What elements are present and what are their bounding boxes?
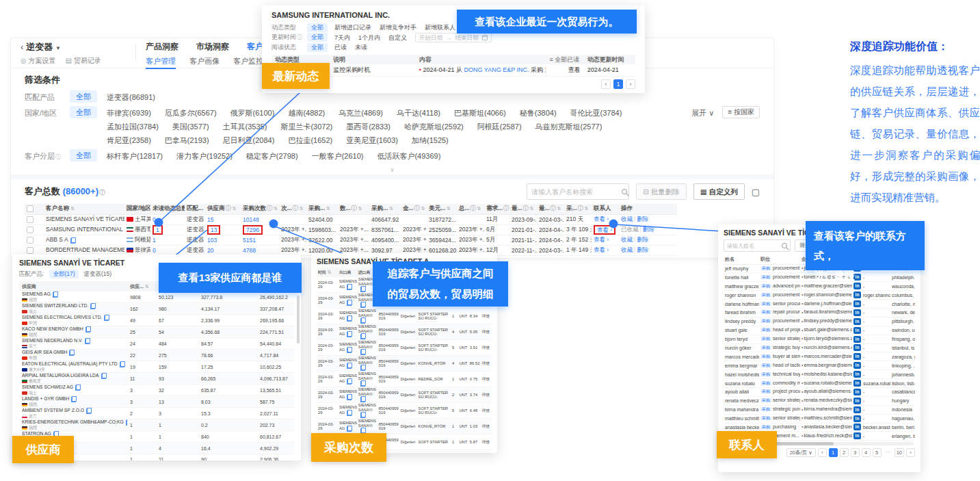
delete-link[interactable]: 删除: [637, 216, 648, 222]
chevron-down-icon[interactable]: ▼: [55, 45, 61, 51]
page-2-button[interactable]: 2: [840, 448, 849, 457]
delete-link[interactable]: 删除: [643, 226, 654, 233]
custom-columns-button[interactable]: ▦ 自定义列: [693, 183, 745, 200]
by-country-button[interactable]: ≡ 按国家: [722, 106, 760, 118]
customer-metric-link[interactable]: 103: [207, 237, 217, 244]
subtab-客户画像[interactable]: 客户画像: [189, 56, 220, 69]
prev-page-button[interactable]: ‹: [818, 448, 827, 457]
linkedin-icon[interactable]: in: [853, 336, 861, 343]
favorite-link[interactable]: 收藏: [621, 216, 633, 222]
highlighted-metric[interactable]: 1: [153, 225, 163, 235]
linkedin-icon[interactable]: in: [853, 327, 861, 334]
filter-item[interactable]: 亚美尼亚(1603): [346, 133, 398, 147]
supply-count-link[interactable]: 24: [127, 338, 156, 350]
linkedin-icon[interactable]: in: [853, 309, 861, 316]
customer-metric-link[interactable]: 10148: [243, 216, 259, 223]
supply-count-link[interactable]: 25: [127, 326, 156, 338]
tab-市场洞察[interactable]: 市场洞察: [196, 41, 229, 53]
collapse-filters-icon[interactable]: ∨: [25, 166, 760, 174]
activity-filter-option[interactable]: 已读: [334, 42, 347, 52]
supply-count-link[interactable]: 1: [127, 419, 156, 431]
linkedin-icon[interactable]: in: [853, 415, 861, 422]
customer-search[interactable]: [527, 183, 629, 200]
row-checkbox[interactable]: [27, 237, 34, 244]
contact-search[interactable]: [724, 239, 791, 252]
filter-item[interactable]: 俄罗斯(6100): [230, 106, 275, 120]
favorite-link[interactable]: 已收藏: [621, 226, 639, 233]
activity-filter-option[interactable]: 新增联系人: [425, 23, 455, 32]
supply-count-link[interactable]: 11: [127, 373, 156, 385]
filter-all-chip[interactable]: 全部: [70, 106, 97, 118]
expand-countries-link[interactable]: 展开 ∨: [691, 106, 714, 120]
linkedin-icon[interactable]: in: [853, 300, 861, 307]
activity-filter-all[interactable]: 全部: [307, 43, 328, 52]
activity-filter-all[interactable]: 全部: [307, 33, 328, 42]
trade-detail-link[interactable]: 详情: [480, 372, 492, 387]
favorite-link[interactable]: 收藏: [621, 236, 633, 243]
page-1-button[interactable]: 1: [613, 79, 623, 89]
suppliers-filter-item[interactable]: 逆变器(15): [84, 270, 112, 278]
supply-count-link[interactable]: 2: [127, 408, 156, 419]
filter-item[interactable]: 加纳(1525): [412, 133, 449, 147]
supply-count-link[interactable]: 49: [127, 315, 156, 326]
filter-all-chip[interactable]: 全部: [70, 149, 97, 161]
trade-detail-link[interactable]: 详情: [480, 309, 492, 324]
trade-detail-link[interactable]: 详情: [480, 403, 492, 419]
filter-all-chip[interactable]: 全部: [70, 90, 97, 103]
filter-item[interactable]: 越南(4882): [288, 106, 325, 120]
row-checkbox[interactable]: [27, 216, 34, 223]
filter-item[interactable]: 秘鲁(3804): [520, 106, 557, 120]
customer-metric-link[interactable]: 4788: [243, 247, 256, 254]
trade-detail-link[interactable]: 详情: [480, 450, 492, 454]
fullscreen-icon[interactable]: ▢: [752, 187, 760, 197]
customer-metric-link[interactable]: 0: [153, 216, 156, 223]
search-icon[interactable]: [782, 243, 787, 248]
linkedin-icon[interactable]: in: [853, 371, 861, 378]
linkedin-icon[interactable]: in: [853, 424, 861, 430]
search-icon[interactable]: [622, 189, 627, 194]
filter-item[interactable]: 美国(3577): [172, 120, 209, 133]
linkedin-icon[interactable]: in: [853, 353, 861, 360]
date-range-picker[interactable]: 开始日期→结束日期: [415, 33, 492, 42]
linkedin-icon[interactable]: in: [853, 406, 861, 413]
select-all-checkbox[interactable]: [27, 205, 34, 212]
customer-metric-link[interactable]: 1: [153, 237, 156, 244]
filter-item[interactable]: 逆变器(86891): [107, 90, 155, 104]
supply-count-link[interactable]: 9808: [127, 291, 156, 303]
filter-item[interactable]: 肯尼亚(2358): [107, 133, 151, 147]
panel-action-贸易记录[interactable]: ▤ 贸易记录: [66, 56, 101, 66]
filter-item[interactable]: 巴拿马(2193): [165, 133, 209, 147]
activity-filter-option[interactable]: 新增竞争对手: [380, 23, 416, 32]
favorite-link[interactable]: 收藏: [621, 246, 633, 253]
page-5-button[interactable]: 5: [873, 448, 882, 457]
row-checkbox[interactable]: [27, 247, 34, 254]
filter-item[interactable]: 乌兹别克斯坦(2577): [535, 120, 602, 133]
filter-item[interactable]: 菲律宾(6939): [107, 106, 151, 120]
supply-count-link[interactable]: 1: [127, 443, 156, 454]
next-page-button[interactable]: ›: [626, 79, 635, 89]
suppliers-scrollbar[interactable]: [297, 296, 300, 343]
back-icon[interactable]: ‹: [21, 42, 23, 52]
trade-detail-link[interactable]: 详情: [480, 434, 492, 450]
filter-item[interactable]: 稳定客户(2798): [246, 149, 298, 163]
activity-filter-option[interactable]: 自定义: [388, 33, 407, 42]
filter-item[interactable]: 墨西哥(2833): [346, 120, 390, 133]
linkedin-icon[interactable]: in: [853, 389, 861, 395]
panel-action-方案设置[interactable]: ◎ 方案设置: [21, 56, 56, 66]
filter-item[interactable]: 潜力客户(19252): [176, 149, 233, 163]
filter-item[interactable]: 厄瓜多尔(6567): [165, 106, 217, 120]
view-contacts-link[interactable]: 查看 ›: [594, 236, 609, 243]
linkedin-icon[interactable]: in: [853, 380, 861, 387]
activity-filter-all[interactable]: 全部: [307, 23, 328, 32]
filter-item[interactable]: 乌克兰(4869): [339, 106, 383, 120]
view-contacts-link[interactable]: 查看 ›: [594, 246, 609, 253]
supply-count-link[interactable]: 3: [127, 396, 156, 408]
subtab-客户监控[interactable]: 客户监控: [233, 56, 263, 69]
batch-delete-button[interactable]: ⊟ 批量删除: [636, 183, 687, 200]
supply-count-link[interactable]: 162: [127, 303, 156, 315]
trade-detail-link[interactable]: 详情: [480, 387, 492, 403]
filter-item[interactable]: 巴基斯坦(4066): [454, 106, 506, 120]
activity-filter-option[interactable]: 新增进口记录: [334, 23, 371, 32]
delete-link[interactable]: 删除: [637, 246, 648, 253]
filter-item[interactable]: 哥伦比亚(3784): [570, 106, 622, 120]
